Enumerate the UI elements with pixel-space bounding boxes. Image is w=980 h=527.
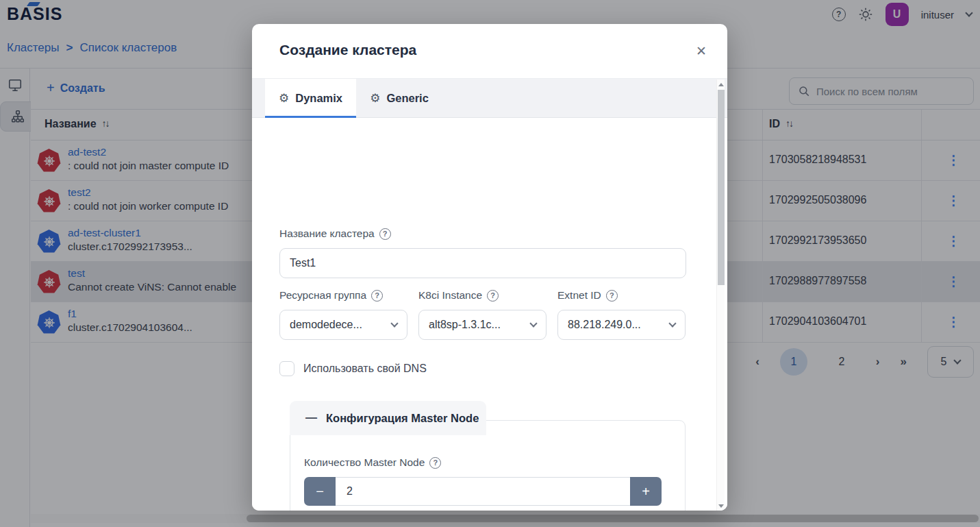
gear-icon: ⚙ <box>370 91 380 106</box>
k8ci-instance-select[interactable]: alt8sp-1.3.1c... <box>418 310 546 340</box>
extnet-id-select[interactable]: 88.218.249.0... <box>557 310 686 340</box>
resource-group-label: Ресурсная группа ? <box>279 289 383 302</box>
extnet-id-label: Extnet ID ? <box>557 289 618 302</box>
dns-checkbox-row: Использовать свой DNS <box>279 361 427 376</box>
dns-checkbox-label: Использовать свой DNS <box>303 363 427 375</box>
app-screen: BASIS ? U inituser Кластеры > Список кла… <box>0 0 980 527</box>
master-node-section-title: Конфигурация Master Node <box>326 412 479 425</box>
master-node-section-header[interactable]: — Конфигурация Master Node <box>290 401 486 435</box>
help-tooltip-icon[interactable]: ? <box>371 290 383 302</box>
collapse-minus-icon[interactable]: — <box>305 411 317 425</box>
help-tooltip-icon[interactable]: ? <box>379 228 391 240</box>
stepper-decrement-button[interactable]: − <box>304 477 336 506</box>
modal-scrollbar[interactable] <box>716 79 725 511</box>
tab-generic[interactable]: ⚙ Generic <box>356 79 442 117</box>
help-tooltip-icon[interactable]: ? <box>606 290 618 302</box>
modal-tabs: ⚙ Dynamix ⚙ Generic <box>252 79 727 118</box>
k8ci-instance-label: K8ci Instance ? <box>418 289 499 302</box>
modal-header: Создание кластера ✕ <box>252 24 727 79</box>
cluster-name-input[interactable] <box>279 248 686 278</box>
close-icon[interactable]: ✕ <box>696 43 707 59</box>
tab-dynamix[interactable]: ⚙ Dynamix <box>265 79 356 117</box>
help-tooltip-icon[interactable]: ? <box>487 290 499 302</box>
scrollbar-down-icon[interactable] <box>717 501 725 511</box>
chevron-down-icon <box>529 319 537 327</box>
modal-body: Название кластера ? Ресурсная группа ? K… <box>252 118 727 511</box>
chevron-down-icon <box>668 319 676 327</box>
stepper-increment-button[interactable]: + <box>630 477 662 506</box>
cluster-name-label: Название кластера ? <box>279 228 391 240</box>
gear-icon: ⚙ <box>279 91 289 106</box>
scrollbar-up-icon[interactable] <box>717 79 725 89</box>
create-cluster-modal: Создание кластера ✕ ⚙ Dynamix ⚙ Generic … <box>252 24 727 511</box>
dns-checkbox[interactable] <box>279 361 294 376</box>
help-tooltip-icon[interactable]: ? <box>429 457 441 469</box>
scrollbar-thumb[interactable] <box>718 90 725 285</box>
master-node-count-input[interactable] <box>336 477 630 506</box>
chevron-down-icon <box>390 319 398 327</box>
resource-group-select[interactable]: demodedece... <box>279 310 407 340</box>
master-node-count-label: Количество Master Node ? <box>304 456 441 469</box>
modal-title: Создание кластера <box>279 42 416 58</box>
master-node-count-stepper: − + <box>304 477 662 506</box>
